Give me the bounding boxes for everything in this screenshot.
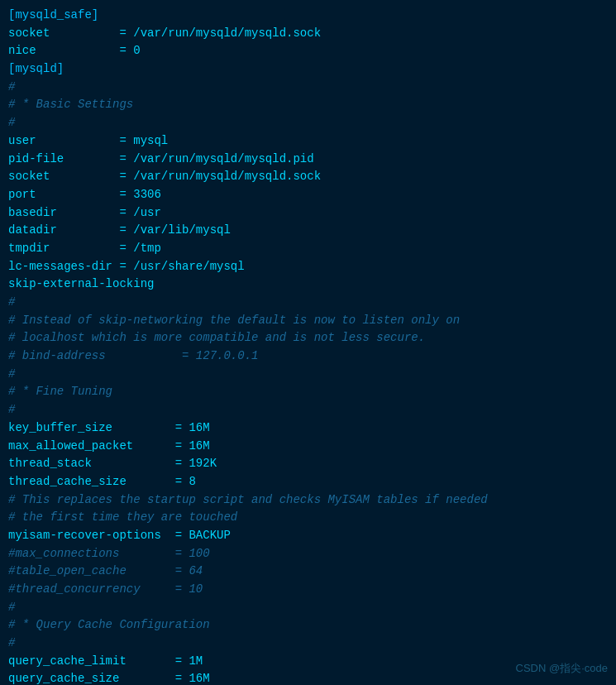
terminal-line: #thread_concurrency = 10 [8,581,608,599]
terminal-line: # [8,79,608,97]
terminal-line: key_buffer_size = 16M [8,419,608,438]
terminal-line: # localhost which is more compatible and… [8,329,608,347]
code-content: [mysqld_safe]socket = /var/run/mysqld/my… [8,7,608,685]
terminal-line: #table_open_cache = 64 [8,563,608,581]
terminal-line: # [8,114,608,132]
terminal-line: [mysqld] [8,60,608,79]
terminal-line: thread_stack = 192K [8,455,608,473]
terminal-line: # bind-address = 127.0.0.1 [8,347,608,366]
terminal-line: user = mysql [8,132,608,151]
watermark: CSDN @指尖·code [516,660,608,677]
terminal-line: nice = 0 [8,42,608,60]
terminal-line: # the first time they are touched [8,509,608,527]
terminal-line: thread_cache_size = 8 [8,473,608,491]
terminal-line: # [8,635,608,653]
terminal-line: # * Fine Tuning [8,383,608,401]
terminal-line: # [8,294,608,312]
terminal-line: # * Basic Settings [8,96,608,114]
terminal-line: [mysqld_safe] [8,7,608,25]
terminal-line: # [8,599,608,617]
terminal-line: basedir = /usr [8,204,608,223]
terminal-line: socket = /var/run/mysqld/mysqld.sock [8,168,608,186]
terminal-line: max_allowed_packet = 16M [8,438,608,456]
terminal-line: socket = /var/run/mysqld/mysqld.sock [8,25,608,43]
terminal-line: # [8,366,608,384]
terminal-line: datadir = /var/lib/mysql [8,222,608,240]
terminal-line: # [8,401,608,419]
terminal-line: port = 3306 [8,186,608,204]
terminal-line: lc-messages-dir = /usr/share/mysql [8,258,608,276]
terminal-line: pid-file = /var/run/mysqld/mysqld.pid [8,151,608,169]
terminal-line: tmpdir = /tmp [8,240,608,258]
terminal-line: myisam-recover-options = BACKUP [8,527,608,545]
terminal-line: #max_connections = 100 [8,545,608,563]
terminal-window: [mysqld_safe]socket = /var/run/mysqld/my… [0,0,616,685]
terminal-line: # This replaces the startup script and c… [8,491,608,510]
terminal-line: # * Query Cache Configuration [8,616,608,635]
terminal-line: # Instead of skip-networking the default… [8,312,608,330]
terminal-line: skip-external-locking [8,275,608,294]
